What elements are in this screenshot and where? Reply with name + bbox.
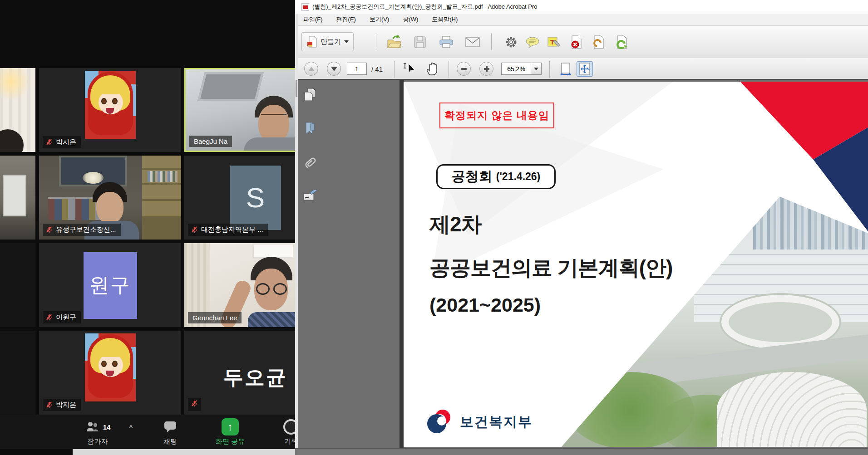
page-edge-shadow <box>399 80 404 448</box>
toolbar-separator <box>549 61 550 78</box>
ceiling-panel <box>197 72 264 101</box>
acrobat-title-bar[interactable]: (별첨)_제2차_공공보건의료_기본계획(안)_공청회_발표_자료.pdf - … <box>295 0 868 14</box>
acrobat-window: (별첨)_제2차_공공보건의료_기본계획(안)_공청회_발표_자료.pdf - … <box>295 0 868 455</box>
chat-button[interactable]: 채팅 <box>141 417 200 446</box>
menu-help[interactable]: 도움말(H) <box>432 15 458 24</box>
email-icon <box>465 37 480 48</box>
person-glasses <box>273 283 287 295</box>
menu-window[interactable]: 창(W) <box>403 15 418 24</box>
video-tile-partial-empty[interactable] <box>0 243 35 327</box>
window-title: (별첨)_제2차_공공보건의료_기본계획(안)_공청회_발표_자료.pdf - … <box>312 3 538 11</box>
slide-title-line2: 공공보건의료 기본계획(안) <box>429 254 672 282</box>
books <box>148 171 178 182</box>
ministry-logo-block: 보건복지부 <box>424 407 533 436</box>
page-number-input[interactable] <box>347 63 367 75</box>
select-tool-button[interactable] <box>400 60 419 78</box>
save-button[interactable] <box>411 33 429 51</box>
pages-panel-icon <box>304 88 316 102</box>
fit-width-icon <box>560 63 571 75</box>
pdf-page: 확정되지 않은 내용임 공청회 ('21.4.26) 제2차 공공보건의료 기본… <box>404 82 868 447</box>
avatar-text: 원구 <box>89 272 131 298</box>
zoom-in-icon <box>483 66 490 72</box>
toolbar-separator <box>376 33 376 50</box>
signatures-panel-icon <box>303 190 317 203</box>
page-down-button[interactable] <box>327 62 341 76</box>
letter-avatar: S <box>230 166 281 230</box>
doc-delete-button[interactable] <box>567 33 586 51</box>
open-button[interactable] <box>385 33 403 51</box>
video-tile-yuseong[interactable]: 유성구보건소장신... <box>39 156 181 240</box>
create-icon <box>306 36 317 48</box>
create-label: 만들기 <box>321 38 341 46</box>
video-tile-parkjieun-2[interactable]: 박지은 <box>39 331 181 415</box>
participants-caret[interactable]: ^ <box>129 424 133 431</box>
bookshelf <box>142 156 181 240</box>
email-button[interactable] <box>464 33 482 51</box>
zoom-out-icon <box>461 66 467 72</box>
gear-icon <box>505 36 518 49</box>
fit-page-button[interactable] <box>577 61 593 77</box>
signatures-panel-button[interactable] <box>302 188 318 205</box>
border-drag-handle[interactable] <box>296 80 297 97</box>
mute-indicator <box>188 398 201 411</box>
create-pdf-button[interactable]: 만들기 <box>301 32 354 51</box>
text-edit-button[interactable]: T <box>545 33 563 51</box>
comment-icon <box>525 36 540 48</box>
bookmarks-panel-button[interactable] <box>302 120 318 137</box>
participants-count: 14 <box>103 423 111 431</box>
bookmarks-panel-icon <box>304 122 316 135</box>
warning-box: 확정되지 않은 내용임 <box>439 103 554 128</box>
hearing-badge: 공청회 ('21.4.26) <box>436 164 556 189</box>
share-screen-label: 화면 공유 <box>201 437 260 446</box>
video-tile-partial-dimroom[interactable] <box>0 156 35 240</box>
menu-view[interactable]: 보기(V) <box>370 15 389 24</box>
zoom-in-button[interactable] <box>479 62 493 76</box>
video-tile-leewongu[interactable]: 원구 이원구 <box>39 243 181 327</box>
fit-width-button[interactable] <box>557 61 574 77</box>
doc-export-icon <box>615 35 628 49</box>
doc-delete-icon <box>570 35 583 49</box>
text-edit-icon: T <box>547 36 561 49</box>
toolbar-separator <box>449 61 449 78</box>
participant-name: 이원구 <box>56 313 76 322</box>
slide-title-line3: (2021~2025) <box>429 294 541 316</box>
attachments-panel-button[interactable] <box>302 154 318 171</box>
video-tile-partial-empty[interactable] <box>0 331 35 415</box>
person-face <box>96 192 123 224</box>
share-screen-icon: ↑ <box>222 418 239 435</box>
avatar-hair <box>97 87 125 94</box>
ceiling-lamp <box>83 172 104 184</box>
hearing-date: ('21.4.26) <box>496 171 541 183</box>
participant-name-label: 유성구보건소장신... <box>43 224 121 236</box>
share-screen-button[interactable]: ↑ 화면 공유 <box>201 417 260 446</box>
comment-button[interactable] <box>523 33 542 51</box>
print-button[interactable] <box>437 33 455 51</box>
toolbar-separator <box>394 61 395 78</box>
fit-page-icon <box>579 63 591 75</box>
menu-file[interactable]: 파일(F) <box>303 15 323 24</box>
hand-tool-button[interactable] <box>423 60 441 78</box>
video-tile-partial-curtain[interactable] <box>0 68 35 152</box>
participants-button[interactable]: 14 참가자 <box>68 417 127 446</box>
menu-edit[interactable]: 편집(E) <box>336 15 356 24</box>
chevron-down-icon <box>534 68 538 70</box>
video-tile-parkjieun-1[interactable]: 박지은 <box>39 68 181 152</box>
page-down-icon <box>331 67 337 71</box>
pages-panel-button[interactable] <box>302 86 318 103</box>
page-up-button[interactable] <box>304 62 318 76</box>
window-bottom-edge <box>73 449 300 455</box>
navigation-pane <box>298 80 321 448</box>
zoom-out-button[interactable] <box>457 62 471 76</box>
toolbar-separator <box>491 33 492 50</box>
zoom-dropdown-button[interactable] <box>531 63 542 75</box>
settings-button[interactable] <box>502 33 520 51</box>
zoom-level-input[interactable] <box>501 63 531 75</box>
zoom-control-bar: 14 참가자 ^ 채팅 ↑ 화면 공유 기록 <box>0 415 300 449</box>
page-count-label: / 41 <box>371 65 383 73</box>
person-glasses <box>261 114 286 119</box>
acrobat-nav-toolbar: / 41 <box>295 58 868 80</box>
doc-export-button[interactable] <box>612 33 631 51</box>
doc-attach-button[interactable] <box>590 33 608 51</box>
avatar-image <box>85 71 136 139</box>
page-up-icon <box>308 67 315 71</box>
